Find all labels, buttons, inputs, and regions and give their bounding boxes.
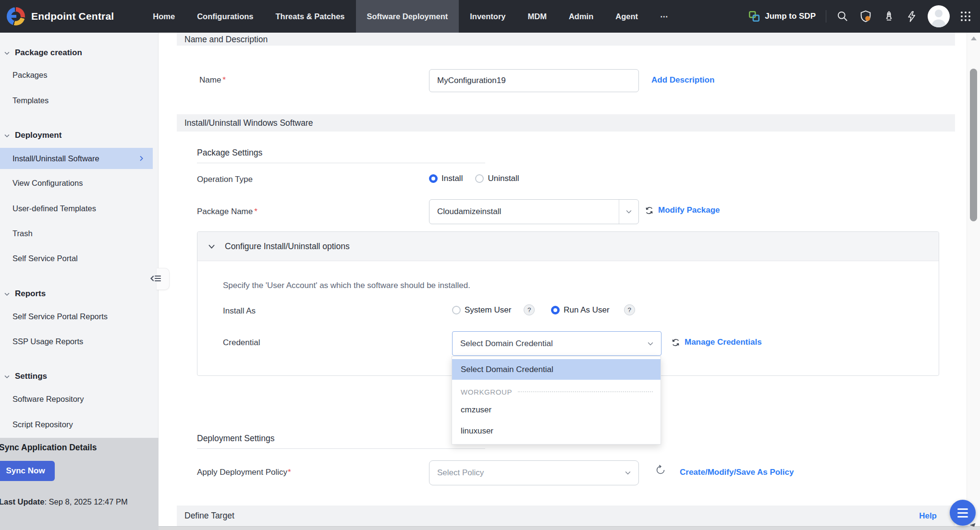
nav-item-software-deployment[interactable]: Software Deployment bbox=[356, 0, 459, 33]
jump-to-sdp-button[interactable]: Jump to SDP bbox=[748, 10, 816, 23]
sidebar-item-packages[interactable]: Packages bbox=[12, 68, 47, 82]
chevron-right-icon bbox=[137, 155, 145, 162]
install-radio[interactable] bbox=[429, 174, 438, 183]
sidebar-section-label: Settings bbox=[15, 372, 47, 381]
sidebar-section-package-creation[interactable]: Package creation bbox=[3, 46, 82, 60]
chevron-down-icon bbox=[647, 340, 661, 348]
reload-policies-icon[interactable] bbox=[655, 464, 666, 476]
sidebar-item-install-uninstall-software[interactable]: Install/Uninstall Software bbox=[0, 148, 153, 169]
top-nav: Endpoint Central Home Configurations Thr… bbox=[0, 0, 980, 33]
configure-panel-header[interactable]: Configure Install/Uninstall options bbox=[197, 232, 939, 261]
dotted-divider bbox=[518, 391, 653, 392]
create-modify-save-policy-link[interactable]: Create/Modify/Save As Policy bbox=[680, 468, 794, 477]
apps-grid-icon[interactable] bbox=[960, 11, 971, 22]
sdp-icon bbox=[748, 10, 760, 23]
sidebar-item-view-configurations[interactable]: View Configurations bbox=[12, 176, 83, 190]
floating-menu-button[interactable] bbox=[950, 500, 976, 526]
sidebar-section-settings[interactable]: Settings bbox=[3, 370, 47, 383]
refresh-icon[interactable] bbox=[645, 206, 654, 215]
sidebar-item-user-defined-templates[interactable]: User-defined Templates bbox=[12, 202, 96, 215]
nav-item-agent[interactable]: Agent bbox=[604, 0, 649, 33]
dropdown-option-select-domain-credential[interactable]: Select Domain Credential bbox=[452, 359, 661, 380]
add-description-link[interactable]: Add Description bbox=[651, 75, 714, 85]
nav-item-configurations[interactable]: Configurations bbox=[186, 0, 264, 33]
policy-select-placeholder: Select Policy bbox=[429, 468, 484, 478]
help-link[interactable]: Help bbox=[919, 506, 937, 526]
sidebar-item-self-service-portal[interactable]: Self Service Portal bbox=[12, 252, 78, 265]
sidebar-item-script-repository[interactable]: Script Repository bbox=[12, 418, 73, 431]
dropdown-group-workgroup: WORKGROUP bbox=[452, 383, 661, 400]
deployment-policy-select[interactable]: Select Policy bbox=[429, 460, 639, 485]
uninstall-radio[interactable] bbox=[475, 174, 484, 183]
primary-nav: Home Configurations Threats & Patches So… bbox=[142, 0, 679, 33]
credential-select[interactable]: Select Domain Credential bbox=[452, 331, 662, 356]
configure-options-panel: Configure Install/Uninstall options Spec… bbox=[197, 231, 939, 376]
sidebar-section-deployment[interactable]: Deployment bbox=[3, 129, 61, 142]
configuration-name-input[interactable] bbox=[429, 69, 639, 92]
dropdown-option-cmzuser[interactable]: cmzuser bbox=[452, 401, 661, 419]
sidebar-section-label: Deployment bbox=[15, 131, 61, 140]
nav-item-admin[interactable]: Admin bbox=[558, 0, 604, 33]
system-user-radio[interactable] bbox=[452, 306, 461, 314]
sidebar-section-label: Reports bbox=[15, 289, 46, 299]
manage-credentials-link[interactable]: Manage Credentials bbox=[685, 337, 762, 347]
select-chevron-cell[interactable] bbox=[619, 200, 638, 224]
dropdown-option-linuxuser[interactable]: linuxuser bbox=[452, 422, 661, 440]
credential-dropdown-list: Select Domain Credential WORKGROUP cmzus… bbox=[452, 356, 661, 445]
package-name-select[interactable]: Cloudamizeinstall bbox=[429, 199, 639, 224]
page-scrollbar[interactable] bbox=[967, 33, 980, 526]
nav-right-actions: Jump to SDP bbox=[748, 0, 980, 33]
screen: Endpoint Central Home Configurations Thr… bbox=[0, 0, 980, 530]
chevron-down-icon bbox=[3, 373, 11, 380]
last-update-text: Last Update: Sep 8, 2025 12:47 PM bbox=[0, 497, 128, 506]
user-account-hint: Specify the 'User Account' as which the … bbox=[223, 281, 470, 290]
credential-select-value: Select Domain Credential bbox=[453, 339, 553, 349]
security-shield-icon[interactable] bbox=[859, 10, 872, 23]
install-radio-label[interactable]: Install bbox=[441, 174, 463, 183]
credential-label: Credential bbox=[223, 338, 260, 348]
nav-item-mdm[interactable]: MDM bbox=[517, 0, 558, 33]
system-user-help-icon[interactable]: ? bbox=[524, 304, 535, 315]
search-icon[interactable] bbox=[836, 10, 849, 23]
lightning-icon[interactable] bbox=[906, 11, 918, 23]
required-mark: * bbox=[288, 468, 291, 477]
run-as-user-radio-label[interactable]: Run As User bbox=[564, 305, 609, 315]
nav-item-threats-patches[interactable]: Threats & Patches bbox=[265, 0, 356, 33]
nav-item-home[interactable]: Home bbox=[142, 0, 186, 33]
nav-item-inventory[interactable]: Inventory bbox=[459, 0, 516, 33]
apply-deployment-policy-label: Apply Deployment Policy* bbox=[197, 468, 291, 477]
package-name-value: Cloudamizeinstall bbox=[429, 207, 501, 217]
refresh-icon[interactable] bbox=[671, 338, 680, 347]
collapse-sidebar-icon[interactable] bbox=[149, 273, 162, 284]
modify-package-link[interactable]: Modify Package bbox=[658, 205, 720, 215]
deployment-settings-title: Deployment Settings bbox=[197, 434, 274, 444]
sync-now-button[interactable]: Sync Now bbox=[0, 461, 55, 481]
run-as-user-radio[interactable] bbox=[551, 306, 560, 314]
sidebar-item-ssp-usage-reports[interactable]: SSP Usage Reports bbox=[12, 335, 83, 348]
nav-item-more[interactable]: ⋯ bbox=[649, 0, 679, 33]
section-underline bbox=[197, 163, 485, 163]
section-underline bbox=[197, 448, 485, 449]
package-name-label: Package Name* bbox=[197, 207, 257, 217]
sidebar-item-ssp-reports[interactable]: Self Service Portal Reports bbox=[12, 310, 108, 323]
required-mark: * bbox=[222, 75, 226, 84]
assistant-rocket-icon[interactable] bbox=[882, 10, 895, 23]
sidebar-section-label: Package creation bbox=[15, 48, 82, 58]
sidebar-item-software-repository[interactable]: Software Repository bbox=[12, 392, 84, 406]
system-user-radio-label[interactable]: System User bbox=[465, 305, 511, 315]
run-as-user-help-icon[interactable]: ? bbox=[624, 304, 635, 315]
user-avatar[interactable] bbox=[928, 5, 950, 27]
hamburger-icon bbox=[957, 508, 968, 510]
scrollbar-thumb[interactable] bbox=[970, 69, 977, 221]
sidebar-item-templates[interactable]: Templates bbox=[12, 94, 49, 107]
uninstall-radio-label[interactable]: Uninstall bbox=[488, 174, 519, 183]
scroll-up-arrow[interactable] bbox=[971, 36, 977, 40]
sidebar-item-trash[interactable]: Trash bbox=[12, 227, 33, 240]
sidebar-section-reports[interactable]: Reports bbox=[3, 287, 46, 301]
sync-panel-title: Sync Application Details bbox=[0, 443, 97, 453]
endpoint-central-logo-icon bbox=[7, 7, 25, 25]
chevron-down-icon bbox=[625, 208, 633, 216]
manage-credentials-action: Manage Credentials bbox=[671, 337, 762, 347]
brand-name: Endpoint Central bbox=[31, 11, 114, 22]
bottom-page-edge bbox=[159, 526, 980, 530]
